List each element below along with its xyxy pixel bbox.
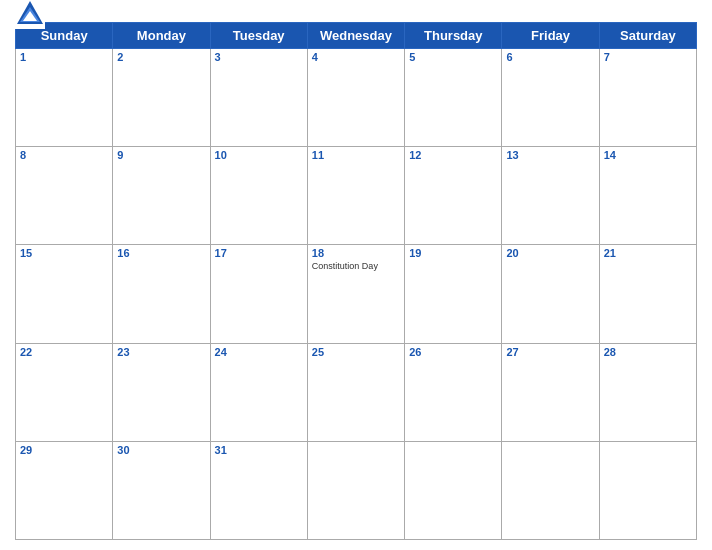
calendar-header	[15, 10, 697, 18]
weekday-header-friday: Friday	[502, 23, 599, 49]
calendar-cell: 6	[502, 49, 599, 147]
day-number: 14	[604, 149, 692, 161]
day-number: 7	[604, 51, 692, 63]
day-number: 10	[215, 149, 303, 161]
day-number: 17	[215, 247, 303, 259]
day-number: 11	[312, 149, 400, 161]
day-number: 15	[20, 247, 108, 259]
calendar-week-2: 891011121314	[16, 147, 697, 245]
calendar-cell: 14	[599, 147, 696, 245]
weekday-header-tuesday: Tuesday	[210, 23, 307, 49]
calendar-body: 123456789101112131415161718Constitution …	[16, 49, 697, 540]
calendar-cell: 24	[210, 343, 307, 441]
calendar-cell	[599, 441, 696, 539]
day-number: 8	[20, 149, 108, 161]
calendar-cell: 23	[113, 343, 210, 441]
calendar-cell: 27	[502, 343, 599, 441]
calendar-cell: 31	[210, 441, 307, 539]
day-number: 26	[409, 346, 497, 358]
day-number: 23	[117, 346, 205, 358]
calendar-cell: 25	[307, 343, 404, 441]
day-number: 24	[215, 346, 303, 358]
calendar-cell	[307, 441, 404, 539]
calendar-cell: 16	[113, 245, 210, 343]
day-number: 31	[215, 444, 303, 456]
day-number: 27	[506, 346, 594, 358]
logo-icon	[15, 0, 45, 29]
calendar-cell: 9	[113, 147, 210, 245]
calendar-cell: 4	[307, 49, 404, 147]
calendar-cell: 29	[16, 441, 113, 539]
logo	[15, 0, 49, 29]
calendar-cell	[405, 441, 502, 539]
day-number: 18	[312, 247, 400, 259]
calendar-week-4: 22232425262728	[16, 343, 697, 441]
day-number: 30	[117, 444, 205, 456]
calendar-cell: 30	[113, 441, 210, 539]
calendar-header-row: SundayMondayTuesdayWednesdayThursdayFrid…	[16, 23, 697, 49]
day-number: 4	[312, 51, 400, 63]
calendar-cell: 8	[16, 147, 113, 245]
day-number: 1	[20, 51, 108, 63]
calendar-cell: 10	[210, 147, 307, 245]
weekday-header-monday: Monday	[113, 23, 210, 49]
calendar-cell: 12	[405, 147, 502, 245]
calendar-cell: 17	[210, 245, 307, 343]
calendar-week-1: 1234567	[16, 49, 697, 147]
holiday-label: Constitution Day	[312, 261, 400, 272]
calendar-cell: 1	[16, 49, 113, 147]
calendar-cell: 2	[113, 49, 210, 147]
weekday-header-thursday: Thursday	[405, 23, 502, 49]
calendar-cell: 21	[599, 245, 696, 343]
day-number: 6	[506, 51, 594, 63]
calendar-cell	[502, 441, 599, 539]
day-number: 3	[215, 51, 303, 63]
day-number: 21	[604, 247, 692, 259]
day-number: 20	[506, 247, 594, 259]
calendar-cell: 28	[599, 343, 696, 441]
weekday-header-saturday: Saturday	[599, 23, 696, 49]
calendar-cell: 13	[502, 147, 599, 245]
calendar-cell: 7	[599, 49, 696, 147]
calendar-cell: 20	[502, 245, 599, 343]
day-number: 13	[506, 149, 594, 161]
day-number: 12	[409, 149, 497, 161]
calendar-week-5: 293031	[16, 441, 697, 539]
calendar-week-3: 15161718Constitution Day192021	[16, 245, 697, 343]
calendar-cell: 26	[405, 343, 502, 441]
calendar-cell: 22	[16, 343, 113, 441]
day-number: 28	[604, 346, 692, 358]
day-number: 2	[117, 51, 205, 63]
calendar-cell: 11	[307, 147, 404, 245]
calendar-cell: 3	[210, 49, 307, 147]
calendar-cell: 19	[405, 245, 502, 343]
day-number: 29	[20, 444, 108, 456]
day-number: 19	[409, 247, 497, 259]
calendar-cell: 18Constitution Day	[307, 245, 404, 343]
calendar-cell: 5	[405, 49, 502, 147]
day-number: 25	[312, 346, 400, 358]
day-number: 9	[117, 149, 205, 161]
calendar-cell: 15	[16, 245, 113, 343]
calendar-table: SundayMondayTuesdayWednesdayThursdayFrid…	[15, 22, 697, 540]
day-number: 22	[20, 346, 108, 358]
weekday-header-wednesday: Wednesday	[307, 23, 404, 49]
day-number: 5	[409, 51, 497, 63]
day-number: 16	[117, 247, 205, 259]
